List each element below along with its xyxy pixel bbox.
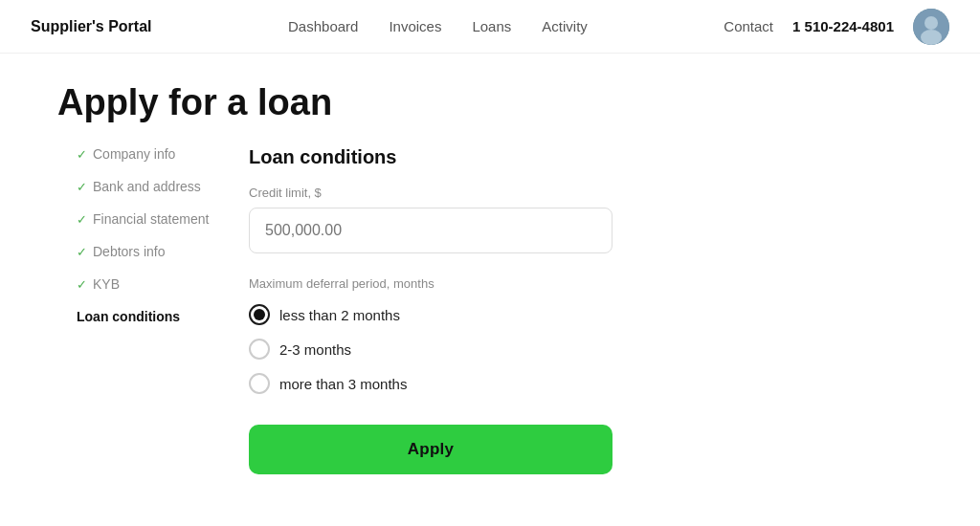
user-avatar[interactable] bbox=[913, 9, 949, 45]
radio-dot-1 bbox=[254, 309, 265, 320]
check-icon-company: ✓ bbox=[77, 147, 87, 162]
content-wrapper: ✓ Company info ✓ Bank and address ✓ Fina… bbox=[57, 146, 923, 474]
svg-point-2 bbox=[921, 30, 942, 45]
radio-circle-2 bbox=[249, 339, 270, 360]
nav-dashboard[interactable]: Dashboard bbox=[288, 18, 358, 34]
sidebar: ✓ Company info ✓ Bank and address ✓ Fina… bbox=[57, 146, 249, 474]
sidebar-item-loan-conditions[interactable]: Loan conditions bbox=[77, 309, 249, 324]
radio-option-more-than-3[interactable]: more than 3 months bbox=[249, 373, 923, 394]
radio-option-2-3[interactable]: 2-3 months bbox=[249, 339, 923, 360]
sidebar-label-company-info: Company info bbox=[93, 146, 175, 162]
nav-right: Contact 1 510-224-4801 bbox=[724, 9, 949, 45]
nav-loans[interactable]: Loans bbox=[472, 18, 511, 34]
sidebar-label-debtors-info: Debtors info bbox=[93, 244, 165, 259]
check-icon-bank: ✓ bbox=[77, 180, 87, 194]
nav-invoices[interactable]: Invoices bbox=[389, 18, 441, 34]
check-icon-financial: ✓ bbox=[77, 212, 87, 227]
sidebar-label-bank-address: Bank and address bbox=[93, 179, 201, 194]
nav-links: Dashboard Invoices Loans Activity bbox=[288, 18, 588, 34]
sidebar-item-financial-statement[interactable]: ✓ Financial statement bbox=[77, 211, 249, 227]
site-logo: Supplier's Portal bbox=[31, 18, 152, 35]
sidebar-item-bank-address[interactable]: ✓ Bank and address bbox=[77, 179, 249, 194]
sidebar-label-kyb: KYB bbox=[93, 276, 120, 292]
check-icon-kyb: ✓ bbox=[77, 277, 87, 292]
nav-contact-label[interactable]: Contact bbox=[724, 18, 773, 34]
section-title: Loan conditions bbox=[249, 146, 923, 168]
svg-point-1 bbox=[924, 16, 938, 30]
radio-label-1: less than 2 months bbox=[279, 307, 400, 323]
credit-limit-input[interactable] bbox=[249, 208, 612, 253]
page-title: Apply for a loan bbox=[57, 82, 923, 123]
radio-label-2: 2-3 months bbox=[279, 341, 351, 358]
sidebar-item-debtors-info[interactable]: ✓ Debtors info bbox=[77, 244, 249, 259]
sidebar-item-company-info[interactable]: ✓ Company info bbox=[77, 146, 249, 162]
radio-circle-1 bbox=[249, 304, 270, 325]
nav-phone: 1 510-224-4801 bbox=[792, 18, 894, 34]
check-icon-debtors: ✓ bbox=[77, 245, 87, 259]
apply-button[interactable]: Apply bbox=[249, 425, 612, 474]
sidebar-label-financial-statement: Financial statement bbox=[93, 211, 209, 227]
credit-limit-label: Credit limit, $ bbox=[249, 186, 923, 200]
period-label: Maximum deferral period, months bbox=[249, 276, 923, 291]
radio-label-3: more than 3 months bbox=[279, 376, 407, 392]
radio-option-less-than-2[interactable]: less than 2 months bbox=[249, 304, 923, 325]
radio-circle-3 bbox=[249, 373, 270, 394]
sidebar-item-kyb[interactable]: ✓ KYB bbox=[77, 276, 249, 292]
nav-activity[interactable]: Activity bbox=[542, 18, 588, 34]
form-area: Loan conditions Credit limit, $ Maximum … bbox=[249, 146, 923, 474]
radio-group: less than 2 months 2-3 months more than … bbox=[249, 304, 923, 394]
sidebar-label-loan-conditions: Loan conditions bbox=[77, 309, 180, 324]
